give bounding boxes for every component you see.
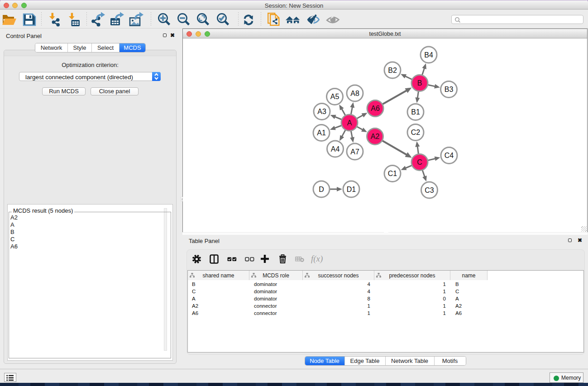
svg-text:A3: A3 <box>317 108 326 115</box>
svg-text:A7: A7 <box>350 148 359 156</box>
svg-text:C3: C3 <box>425 186 434 194</box>
svg-text:B3: B3 <box>445 86 454 93</box>
svg-text:B2: B2 <box>388 67 397 74</box>
svg-text:A4: A4 <box>331 145 340 153</box>
svg-text:A2: A2 <box>371 133 380 140</box>
svg-text:D: D <box>319 186 324 193</box>
svg-text:C2: C2 <box>411 129 421 136</box>
svg-text:A8: A8 <box>350 90 359 97</box>
svg-text:C1: C1 <box>388 170 397 177</box>
svg-text:A: A <box>347 119 352 127</box>
svg-text:C4: C4 <box>445 152 454 159</box>
svg-text:B1: B1 <box>411 108 420 116</box>
svg-text:A5: A5 <box>330 93 339 100</box>
svg-text:C: C <box>417 158 422 166</box>
svg-text:B: B <box>417 79 422 87</box>
svg-text:D1: D1 <box>347 186 356 193</box>
svg-text:A1: A1 <box>317 129 326 137</box>
svg-text:A6: A6 <box>371 105 380 112</box>
svg-text:B4: B4 <box>424 51 433 59</box>
